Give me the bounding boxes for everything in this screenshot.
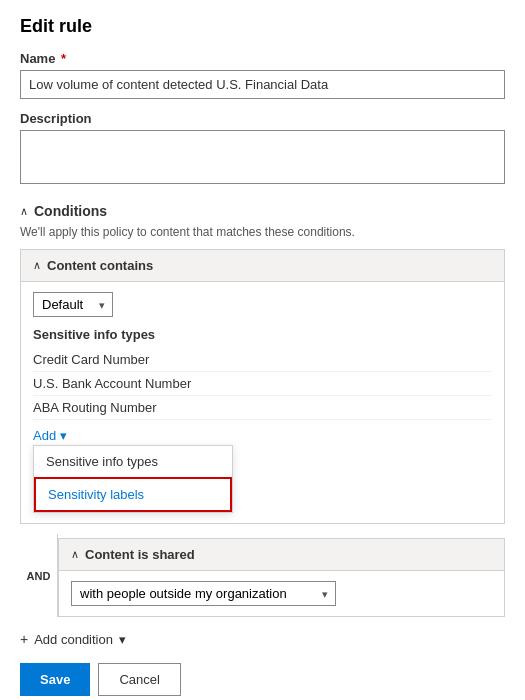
conditions-section: ∧ Conditions We'll apply this policy to …: [20, 203, 505, 617]
add-condition-chevron-icon: ▾: [119, 632, 126, 647]
add-label: Add: [33, 428, 56, 443]
default-select-wrapper: Default: [33, 292, 113, 317]
conditions-description: We'll apply this policy to content that …: [20, 225, 505, 239]
conditions-title: Conditions: [34, 203, 107, 219]
add-dropdown-menu: Sensitive info types Sensitivity labels: [33, 445, 233, 513]
add-condition-label: Add condition: [34, 632, 113, 647]
conditions-header: ∧ Conditions: [20, 203, 505, 219]
save-button[interactable]: Save: [20, 663, 90, 696]
info-item-aba-routing: ABA Routing Number: [33, 396, 492, 420]
info-items-list: Credit Card Number U.S. Bank Account Num…: [33, 348, 492, 420]
content-contains-chevron-icon[interactable]: ∧: [33, 259, 41, 272]
add-condition-row[interactable]: + Add condition ▾: [20, 631, 505, 647]
sensitive-info-header: Sensitive info types: [33, 327, 492, 342]
add-link[interactable]: Add ▾: [33, 428, 67, 443]
default-select[interactable]: Default: [33, 292, 113, 317]
plus-icon: +: [20, 631, 28, 647]
content-contains-label: Content contains: [47, 258, 153, 273]
conditions-chevron-icon[interactable]: ∧: [20, 205, 28, 218]
dropdown-item-sensitive-info[interactable]: Sensitive info types: [34, 446, 232, 477]
shared-select-wrapper: with people outside my organization only…: [71, 581, 336, 606]
description-label: Description: [20, 111, 505, 126]
and-label: AND: [20, 534, 58, 617]
name-field-container: Name *: [20, 51, 505, 111]
page-title: Edit rule: [20, 16, 505, 37]
info-item-bank-account: U.S. Bank Account Number: [33, 372, 492, 396]
footer-buttons: Save Cancel: [20, 663, 505, 696]
dropdown-item-sensitivity-labels[interactable]: Sensitivity labels: [34, 477, 232, 512]
and-row: AND ∧ Content is shared with people outs…: [20, 534, 505, 617]
required-indicator: *: [57, 51, 66, 66]
content-shared-label: Content is shared: [85, 547, 195, 562]
name-input[interactable]: [20, 70, 505, 99]
content-shared-block: ∧ Content is shared with people outside …: [58, 534, 505, 617]
content-shared-header: ∧ Content is shared: [59, 539, 504, 571]
info-item-credit-card: Credit Card Number: [33, 348, 492, 372]
content-contains-inner: Default Sensitive info types Credit Card…: [21, 282, 504, 523]
name-label: Name *: [20, 51, 505, 66]
cancel-button[interactable]: Cancel: [98, 663, 180, 696]
shared-select[interactable]: with people outside my organization only…: [71, 581, 336, 606]
content-contains-block: ∧ Content contains Default Sensitive inf…: [20, 249, 505, 524]
content-shared-inner: with people outside my organization only…: [59, 571, 504, 616]
content-shared-inner-block: ∧ Content is shared with people outside …: [58, 538, 505, 617]
description-field-container: Description: [20, 111, 505, 203]
description-input[interactable]: [20, 130, 505, 184]
add-chevron-icon: ▾: [60, 428, 67, 443]
content-contains-header: ∧ Content contains: [21, 250, 504, 282]
content-shared-chevron-icon[interactable]: ∧: [71, 548, 79, 561]
